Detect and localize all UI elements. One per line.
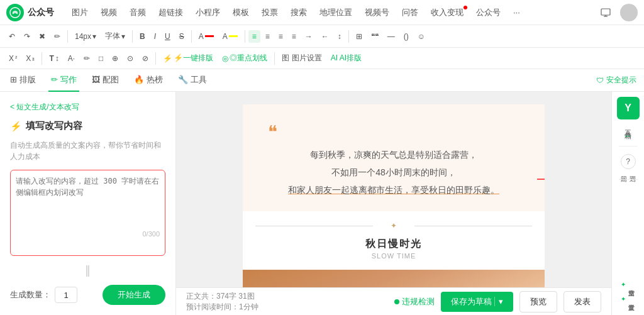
- nav-right: [596, 3, 638, 22]
- tab-trending-label: 热榜: [147, 74, 163, 86]
- rewrite-textarea[interactable]: [16, 175, 160, 226]
- emoji-btn[interactable]: ☺: [414, 30, 429, 43]
- align-left-btn[interactable]: ≡: [248, 30, 260, 43]
- strikethrough-btn[interactable]: S: [175, 30, 188, 43]
- sep8: [274, 52, 275, 65]
- tab-trending[interactable]: 🔥 热榜: [131, 69, 165, 92]
- text-style-btn[interactable]: A·: [64, 52, 79, 65]
- gen-btn[interactable]: 开始生成: [103, 285, 165, 305]
- save-btn[interactable]: 保存为草稿 ▾: [441, 292, 513, 312]
- publish-btn[interactable]: 发表: [564, 291, 601, 312]
- font-size2-btn[interactable]: T↕: [45, 52, 62, 65]
- tab-bar: ⊞ 排版 ✏ 写作 🖼 配图 🔥 热榜 🔧 工具 🛡 安全提示: [0, 69, 644, 92]
- align-justify-btn[interactable]: ≡: [288, 30, 300, 43]
- article-quote: ❝ 每到秋季，凉爽的天气总是特别适合露营， 不如用一个48小时周末的时间， 和家…: [243, 104, 545, 211]
- nav-template[interactable]: 模板: [228, 4, 254, 21]
- tab-tools[interactable]: 🔧 工具: [175, 69, 209, 92]
- more-btn[interactable]: ⊙: [123, 52, 137, 65]
- toolbox-label-area[interactable]: 工具箱 ←: [623, 122, 633, 141]
- tab-tools-label: 工具: [191, 74, 207, 86]
- save-label: 保存为草稿: [451, 296, 492, 307]
- indent-left-btn[interactable]: ←: [318, 30, 333, 43]
- quote-text: 每到秋季，凉爽的天气总是特别适合露营， 不如用一个48小时周末的时间， 和家人朋…: [268, 146, 519, 199]
- undo-btn[interactable]: ↶: [5, 30, 19, 43]
- preview-btn[interactable]: 预览: [519, 291, 557, 312]
- font-color-btn[interactable]: A: [195, 30, 218, 43]
- nav-vote[interactable]: 投票: [257, 4, 283, 21]
- clear2-btn[interactable]: ⊘: [138, 52, 152, 65]
- nav-screen-btn[interactable]: [596, 3, 615, 22]
- font-size-btn[interactable]: 14px ▾: [71, 30, 100, 43]
- main-area: < 短文生成/文本改写 ⚡ 填写改写内容 自动生成高质量的文案内容，帮你节省时间…: [0, 92, 644, 315]
- bg-color-btn[interactable]: A: [219, 30, 242, 43]
- clear-article-btn[interactable]: ✦ 清空文章: [618, 279, 638, 290]
- tab-write-label: 写作: [60, 74, 77, 86]
- nav-official[interactable]: 公众号: [471, 4, 506, 21]
- back-btn[interactable]: < 短文生成/文本改写: [10, 102, 165, 113]
- clear-format-btn[interactable]: ✖: [35, 30, 49, 43]
- bold-btn[interactable]: B: [136, 30, 149, 43]
- editor-content[interactable]: ❝ 每到秋季，凉爽的天气总是特别适合露营， 不如用一个48小时周末的时间， 和家…: [176, 92, 611, 287]
- article-settings-btn[interactable]: ✦ 文章设置: [618, 293, 638, 305]
- nav-qa[interactable]: 问答: [397, 4, 423, 21]
- nav-location[interactable]: 地理位置: [314, 4, 357, 21]
- shape-btn[interactable]: □: [95, 52, 107, 65]
- tab-write[interactable]: ✏ 写作: [48, 69, 79, 92]
- char-count: 0/300: [16, 230, 160, 238]
- keypoints-btn[interactable]: ◎ ◎重点划线: [218, 51, 271, 65]
- violation-dot: [394, 299, 399, 304]
- violation-btn[interactable]: 违规检测: [394, 296, 435, 307]
- save-dropdown-arrow[interactable]: ▾: [494, 297, 503, 306]
- nav-monetize[interactable]: 收入变现: [426, 4, 469, 21]
- align-right-btn[interactable]: ≡: [275, 30, 287, 43]
- image-settings-btn[interactable]: 图 图片设置: [278, 51, 325, 65]
- align-center-btn[interactable]: ≡: [262, 30, 274, 43]
- nav-videonumber[interactable]: 视频号: [360, 4, 394, 21]
- toolbox-y-icon: Y: [625, 102, 631, 114]
- nav-hyperlink[interactable]: 超链接: [153, 4, 188, 21]
- pen-btn[interactable]: ✏: [50, 30, 64, 43]
- toolbox-header-icon: Y: [617, 97, 640, 119]
- nav-more[interactable]: ···: [508, 5, 525, 19]
- table-btn[interactable]: ⊞: [352, 30, 366, 43]
- gen-count-input[interactable]: [55, 287, 77, 303]
- font-face-btn[interactable]: 字体 ▾: [101, 29, 129, 43]
- drag-handle[interactable]: ‖: [10, 263, 165, 277]
- bottom-controls: 生成数量： 开始生成: [10, 285, 165, 305]
- sep7: [155, 52, 156, 65]
- quote-btn[interactable]: ❝❝: [367, 30, 382, 43]
- article-title-section: 秋日慢时光 SLOW TIME: [243, 235, 545, 270]
- redo-btn[interactable]: ↷: [20, 30, 34, 43]
- underline-btn[interactable]: U: [161, 30, 174, 43]
- stroke-btn[interactable]: ✏: [80, 52, 94, 65]
- shape2-btn[interactable]: ⊕: [108, 52, 122, 65]
- hr-btn[interactable]: —: [384, 30, 399, 43]
- one-click-btn[interactable]: ⚡ ⚡一键排版: [159, 51, 217, 65]
- toolbox-arrow-icon[interactable]: ←: [624, 131, 633, 141]
- toolbox-help[interactable]: ? 遇到问题: [617, 152, 640, 174]
- ai-arrange-btn[interactable]: AI AI排版: [327, 51, 365, 65]
- tab-layout[interactable]: ⊞ 排版: [8, 69, 38, 92]
- code-btn[interactable]: (): [400, 30, 413, 43]
- superscript-btn[interactable]: X²: [5, 52, 21, 65]
- line-height-btn[interactable]: ↕: [334, 30, 345, 43]
- nav-video[interactable]: 视频: [96, 4, 122, 21]
- toolbox-divider1: [619, 146, 638, 146]
- image-icon: 🖼: [92, 75, 100, 84]
- indent-right-btn[interactable]: →: [301, 30, 316, 43]
- tab-image[interactable]: 🖼 配图: [89, 69, 121, 92]
- nav-search[interactable]: 搜索: [286, 4, 312, 21]
- subscript-btn[interactable]: X₂: [22, 52, 38, 65]
- nav-miniprogram[interactable]: 小程序: [191, 4, 225, 21]
- tab-image-label: 配图: [103, 74, 119, 86]
- italic-btn[interactable]: I: [150, 30, 160, 43]
- nav-images[interactable]: 图片: [67, 4, 93, 21]
- quote-line3: 和家人朋友一起逃离都市生活，享受秋日的田野乐趣。: [268, 181, 519, 199]
- nav-avatar[interactable]: [620, 4, 638, 21]
- trending-icon: 🔥: [134, 75, 144, 84]
- nav-audio[interactable]: 音频: [125, 4, 151, 21]
- sep1: [67, 30, 68, 43]
- right-toolbox: Y 工具箱 ← ? 遇到问题 ✦ 清空文章 ✦ 文章设置: [611, 92, 644, 315]
- tab-security[interactable]: 🛡 安全提示: [596, 75, 636, 86]
- read-time-text: 预计阅读时间：1分钟: [186, 302, 258, 312]
